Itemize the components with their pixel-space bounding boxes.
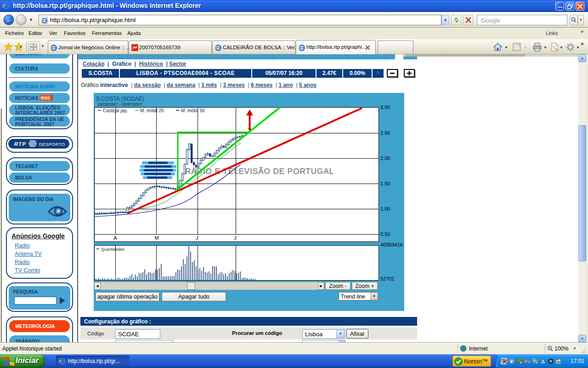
svg-text:2.00: 2.00	[380, 155, 390, 161]
svg-text:Quantidades: Quantidades	[101, 247, 125, 252]
svg-text:1.50: 1.50	[380, 181, 390, 186]
svg-text:M. móbil 20: M. móbil 20	[140, 108, 164, 113]
svg-text:M: M	[154, 235, 158, 241]
svg-text:A: A	[113, 235, 117, 241]
svg-text:RÁDIO E TELEVISÃO DE PORTUGAL: RÁDIO E TELEVISÃO DE PORTUGAL	[185, 167, 334, 176]
svg-text:J: J	[196, 235, 198, 241]
svg-text:M. móbil 50: M. móbil 50	[181, 108, 205, 113]
svg-text:Castiçal jap.: Castiçal jap.	[103, 108, 128, 113]
svg-text:1.00: 1.00	[380, 206, 390, 212]
svg-text:0.50: 0.50	[380, 231, 390, 237]
svg-text:40959416: 40959416	[380, 242, 403, 247]
svg-text:52701: 52701	[380, 276, 395, 282]
svg-text:J: J	[234, 235, 237, 241]
svg-text:16/03/2007 - 05/07/2007: 16/03/2007 - 05/07/2007	[97, 102, 142, 107]
svg-text:3.00: 3.00	[380, 104, 390, 110]
svg-text:S.COSTA (SCOAE): S.COSTA (SCOAE)	[96, 96, 144, 102]
svg-text:2.50: 2.50	[380, 130, 390, 136]
